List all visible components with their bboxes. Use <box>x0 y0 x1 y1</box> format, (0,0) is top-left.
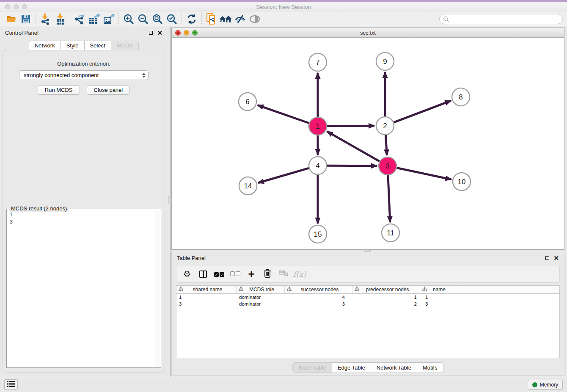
table-row[interactable]: 1dominator411 <box>176 294 559 301</box>
table-cell[interactable]: 4 <box>285 295 352 300</box>
network-window-titlebar[interactable]: x − + scc.txt <box>172 28 564 38</box>
run-mcds-button[interactable]: Run MCDS <box>38 85 80 95</box>
tab-style[interactable]: Style <box>61 41 85 50</box>
edge-3-11[interactable] <box>388 175 390 222</box>
table-header-row[interactable]: shared nameMCDS rolesuccessor nodesprede… <box>176 286 559 294</box>
table-tab-network-table[interactable]: Network Table <box>371 362 417 373</box>
table-cell[interactable]: dominator <box>237 301 285 306</box>
attribute-icon <box>287 287 292 293</box>
table-cell[interactable]: 1 <box>176 295 237 300</box>
close-panel-icon[interactable]: ✕ <box>157 30 162 36</box>
edge-2-3[interactable] <box>385 135 387 155</box>
export-image-button[interactable] <box>102 13 116 25</box>
control-panel-header: Control Panel ✕ <box>0 27 168 38</box>
table-cell[interactable]: 1 <box>352 295 420 300</box>
dropdown-stepper-icon <box>142 73 146 78</box>
export-network-icon <box>74 13 86 25</box>
column-header-shared-name[interactable]: shared name <box>176 286 237 293</box>
table-cell[interactable]: 3 <box>285 301 352 306</box>
dim-view-button[interactable] <box>248 13 262 25</box>
optimization-criterion-label: Optimization criterion: <box>3 61 165 67</box>
table-cell[interactable]: 1 <box>420 295 456 300</box>
column-header-predecessor-nodes[interactable]: predecessor nodes <box>352 286 420 293</box>
delete-column-button[interactable] <box>260 267 275 281</box>
edge-1-6[interactable] <box>258 105 309 123</box>
export-table-button[interactable] <box>87 13 102 25</box>
column-header-name[interactable]: name <box>420 286 456 293</box>
mcds-result-list[interactable]: 13 <box>8 210 154 366</box>
table-row[interactable]: 3dominator323 <box>176 301 559 307</box>
export-network-button[interactable] <box>73 13 87 25</box>
node-label-11: 11 <box>387 229 394 237</box>
table-settings-button[interactable]: ⚙ <box>180 267 194 281</box>
table-tab-edge-table[interactable]: Edge Table <box>332 362 371 373</box>
import-network-button[interactable] <box>39 13 53 25</box>
tab-select[interactable]: Select <box>85 41 111 50</box>
edge-3-10[interactable] <box>397 168 451 179</box>
zoom-in-button[interactable] <box>121 13 136 25</box>
search-icon <box>443 16 449 22</box>
hide-selection-button[interactable] <box>233 13 248 25</box>
search-input[interactable] <box>451 16 559 22</box>
table-cell[interactable]: 3 <box>420 301 456 306</box>
network-view-window: x − + scc.txt 7968124314101511 <box>171 28 564 250</box>
edge-2-8[interactable] <box>394 101 451 122</box>
table-cell[interactable]: 3 <box>176 301 237 306</box>
zoom-selected-button[interactable] <box>165 13 179 25</box>
memory-label: Memory <box>540 382 558 388</box>
float-panel-icon[interactable] <box>149 31 153 35</box>
panel-splitter[interactable] <box>168 27 171 377</box>
refresh-layout-button[interactable] <box>184 13 199 25</box>
mcds-result-item[interactable]: 1 <box>10 211 153 218</box>
edge-4-3[interactable] <box>327 166 377 166</box>
close-panel-button[interactable]: Close panel <box>87 85 130 95</box>
refresh-icon <box>186 14 197 25</box>
close-table-panel-icon[interactable]: ✕ <box>553 255 559 261</box>
zoom-out-button[interactable] <box>136 13 150 25</box>
column-header-MCDS-role[interactable]: MCDS role <box>237 286 285 293</box>
open-folder-icon <box>6 14 17 24</box>
toolbar-search[interactable] <box>439 14 563 24</box>
memory-button[interactable]: Memory <box>528 380 563 390</box>
zoom-fit-icon <box>152 14 163 25</box>
table-cell[interactable]: 2 <box>352 301 420 306</box>
tab-mcds[interactable]: MCDS <box>111 41 139 50</box>
table-cell[interactable]: dominator <box>237 295 285 300</box>
node-label-7: 7 <box>316 58 319 66</box>
task-history-button[interactable] <box>4 379 18 390</box>
show-all-networks-button[interactable] <box>219 13 233 25</box>
zoom-fit-button[interactable] <box>150 13 165 25</box>
open-session-button[interactable] <box>4 13 19 25</box>
network-canvas[interactable]: 7968124314101511 <box>172 38 564 249</box>
mcds-panel: Optimization criterion: strongly connect… <box>3 50 165 373</box>
edge-1-2[interactable] <box>327 126 374 126</box>
float-table-panel-icon[interactable] <box>545 256 549 260</box>
function-builder-button[interactable]: f(x) <box>292 267 307 281</box>
node-table[interactable]: shared nameMCDS rolesuccessor nodesprede… <box>176 285 560 358</box>
edge-3-1[interactable] <box>327 131 380 161</box>
control-panel-title: Control Panel <box>5 30 39 36</box>
node-label-8: 8 <box>459 93 462 101</box>
tab-network[interactable]: Network <box>29 41 61 50</box>
column-header-successor-nodes[interactable]: successor nodes <box>285 286 352 293</box>
node-label-6: 6 <box>245 98 249 106</box>
network-graph[interactable]: 7968124314101511 <box>172 38 564 249</box>
table-tab-node-table[interactable]: Node Table <box>292 362 332 373</box>
toolbar-separator <box>118 13 119 25</box>
node-label-2: 2 <box>383 122 387 130</box>
splitter-grip[interactable] <box>168 196 171 204</box>
table-tab-motifs[interactable]: Motifs <box>417 362 443 373</box>
add-column-button[interactable]: + <box>244 267 259 281</box>
edge-4-14[interactable] <box>258 168 309 183</box>
clone-network-button[interactable] <box>204 13 219 25</box>
save-session-button[interactable] <box>19 13 33 25</box>
deselect-all-button[interactable] <box>228 267 242 281</box>
result-scrollbar[interactable] <box>155 210 160 367</box>
table-body[interactable]: 1dominator4113dominator323 <box>176 294 559 307</box>
import-table-button[interactable] <box>53 13 67 25</box>
select-all-button[interactable]: ✓✓ <box>212 267 226 281</box>
criterion-dropdown[interactable]: strongly connected component <box>19 70 149 80</box>
delete-table-button[interactable] <box>276 267 291 281</box>
toggle-panes-button[interactable] <box>196 267 210 281</box>
mcds-result-item[interactable]: 3 <box>10 218 153 226</box>
